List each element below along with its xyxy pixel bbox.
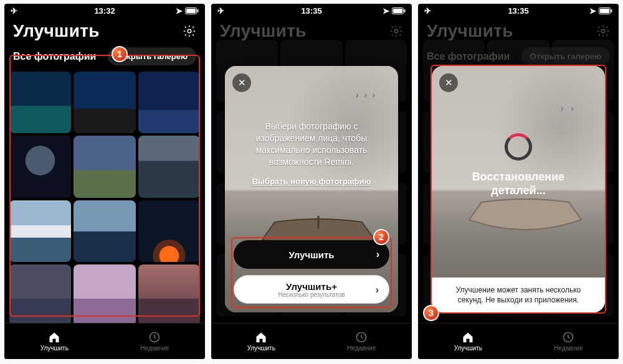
enhance-buttons: Улучшить › Улучшить+ Несколько результат… (234, 240, 389, 304)
processing-title: Восстановление деталей... (432, 170, 605, 197)
screen-2: ✈ 13:35 ➤ Улучшить › › › ✕ Выбери фотогр… (211, 4, 412, 359)
status-time: 13:35 (211, 6, 412, 16)
photo-thumb[interactable] (138, 136, 200, 197)
svg-point-14 (601, 29, 605, 33)
nav-recent[interactable]: Недавние (347, 331, 376, 352)
photo-thumb[interactable] (9, 136, 71, 197)
svg-point-8 (394, 29, 398, 33)
enhance-plus-button[interactable]: Улучшить+ Несколько результатов › (234, 275, 389, 304)
status-bar: ✈ 13:35 ➤ (211, 4, 412, 17)
page-title: Улучшить (13, 21, 100, 41)
select-photo-card: › › › ✕ Выбери фотографию с изображением… (225, 66, 398, 312)
nav-recent[interactable]: Недавние (140, 331, 169, 352)
clock-icon (355, 331, 368, 343)
bottom-nav: Улучшить Недавние (211, 323, 412, 359)
processing-line: деталей... (432, 184, 605, 198)
gear-icon[interactable] (389, 24, 403, 38)
status-bar: ✈ 13:32 ➤ (4, 4, 205, 17)
nav-enhance-label: Улучшить (40, 345, 69, 352)
prompt-line: Выбери фотографию с (236, 121, 387, 133)
clock-icon (562, 331, 574, 343)
close-button[interactable]: ✕ (439, 73, 458, 92)
home-icon (48, 331, 60, 343)
photo-thumb[interactable] (74, 136, 135, 197)
card-prompt: Выбери фотографию с изображением лица, ч… (236, 121, 387, 187)
status-time: 13:32 (4, 6, 205, 16)
choose-new-photo-link[interactable]: Выбрать новую фотографию (252, 177, 371, 186)
photo-thumb[interactable] (74, 200, 135, 262)
birds-icon: › › › (356, 91, 377, 100)
photo-thumb[interactable] (138, 264, 200, 326)
photo-thumb[interactable] (74, 72, 135, 133)
page-title: Улучшить (220, 21, 307, 41)
chevron-right-icon: › (376, 285, 379, 296)
header: Улучшить (4, 17, 205, 47)
chevron-right-icon: › (376, 249, 379, 260)
bottom-nav: Улучшить Недавние (418, 323, 619, 359)
nav-enhance-label: Улучшить (454, 345, 482, 352)
prompt-line: максимально использовать (236, 144, 387, 156)
clock-icon (148, 331, 161, 343)
step-badge-3: 3 (423, 305, 439, 321)
step-badge-1: 1 (112, 46, 128, 62)
nav-recent[interactable]: Недавние (554, 331, 583, 352)
step-badge-2: 2 (373, 229, 389, 245)
nav-enhance[interactable]: Улучшить (454, 331, 482, 352)
enhance-button-label: Улучшить (288, 250, 334, 260)
home-icon (462, 331, 474, 343)
gallery-subhead: Все фотографии Открыть галерею (4, 47, 205, 72)
photo-thumb[interactable] (138, 200, 200, 262)
photo-thumb[interactable] (74, 264, 135, 326)
enhance-plus-label: Улучшить+ (286, 282, 337, 292)
subtitle-all-photos: Все фотографии (13, 51, 96, 62)
nav-recent-label: Недавние (140, 345, 169, 352)
processing-card: › › ✕ Восстановление деталей... Улучшени… (432, 66, 605, 312)
photo-thumb[interactable] (138, 72, 200, 133)
svg-point-3 (188, 29, 191, 33)
home-icon (255, 331, 267, 343)
photo-grid (4, 72, 205, 326)
boat-illustration (463, 196, 587, 233)
close-button[interactable]: ✕ (232, 73, 251, 92)
photo-thumb[interactable] (9, 264, 71, 326)
status-time: 13:35 (418, 6, 619, 16)
photo-thumb[interactable] (9, 72, 71, 133)
nav-enhance[interactable]: Улучшить (247, 331, 275, 352)
screen-3: ✈ 13:35 ➤ Улучшить Все фотографии Открыт… (418, 4, 619, 359)
processing-note: Улучшение может занять несколько секунд.… (432, 278, 605, 312)
prompt-line: возможности Remini. (236, 156, 387, 168)
nav-enhance-label: Улучшить (247, 345, 275, 352)
enhance-plus-sublabel: Несколько результатов (278, 292, 345, 299)
nav-recent-label: Недавние (347, 345, 376, 352)
prompt-line: изображением лица, чтобы (236, 133, 387, 144)
gear-icon[interactable] (596, 24, 610, 38)
loading-spinner (505, 133, 532, 161)
screen-1: ✈ 13:32 ➤ Улучшить Все фотографии Открыт… (4, 4, 205, 359)
enhance-button[interactable]: Улучшить › (234, 240, 389, 269)
page-title: Улучшить (427, 21, 513, 41)
photo-thumb[interactable] (9, 200, 71, 262)
nav-recent-label: Недавние (554, 345, 583, 352)
status-bar: ✈ 13:35 ➤ (418, 4, 619, 17)
birds-icon: › › (561, 103, 576, 113)
gear-icon[interactable] (183, 24, 196, 38)
nav-enhance[interactable]: Улучшить (40, 331, 69, 352)
bottom-nav: Улучшить Недавние (4, 323, 205, 359)
processing-line: Восстановление (432, 170, 605, 184)
